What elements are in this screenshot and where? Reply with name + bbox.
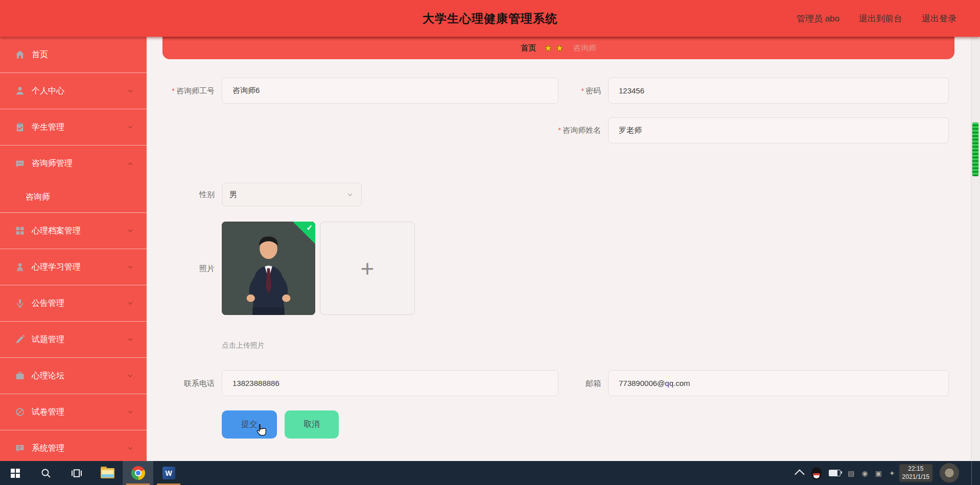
chevron-down-icon [126, 299, 134, 307]
clock-time: 22:15 [908, 465, 923, 472]
sidebar-item-notice-mgmt[interactable]: 公告管理 [0, 285, 147, 322]
tray-icon-4[interactable]: ✦ [889, 469, 895, 477]
submit-button[interactable]: 提交 [222, 410, 277, 439]
phone-label: 联系电话 [171, 370, 215, 396]
word-button[interactable]: W [153, 461, 184, 485]
mic-icon [15, 298, 25, 308]
chevron-down-icon [126, 263, 134, 271]
tray-icon-3[interactable]: ▣ [875, 469, 882, 477]
chevron-down-icon [126, 372, 134, 380]
tray-battery-icon[interactable] [829, 470, 841, 476]
star-separator-icon: ★★ [544, 43, 567, 54]
tray-qq-icon[interactable] [811, 467, 822, 479]
sidebar-item-counselor-mgmt[interactable]: 咨询师管理 [0, 146, 147, 182]
user-icon [15, 86, 25, 96]
watermark-logo [937, 463, 962, 483]
sidebar-item-label: 首页 [32, 50, 139, 60]
briefcase-icon [15, 371, 25, 381]
sidebar-item-label: 公告管理 [32, 298, 139, 309]
sidebar-item-label: 心理档案管理 [32, 226, 139, 236]
sidebar-item-student-mgmt[interactable]: 学生管理 [0, 109, 147, 146]
start-button[interactable] [0, 461, 31, 485]
password-label: *密码 [557, 78, 601, 104]
clipboard-icon [15, 122, 25, 132]
sidebar-item-label: 系统管理 [32, 443, 139, 454]
windows-logo-icon [11, 469, 20, 478]
sidebar-item-question-mgmt[interactable]: 试题管理 [0, 322, 147, 358]
chevron-down-icon [126, 123, 134, 131]
chrome-button[interactable] [123, 461, 153, 485]
student-icon [15, 262, 25, 272]
breadcrumb: 首页 ★★ 咨询师 [162, 37, 954, 59]
tray-chevron-up-icon[interactable] [795, 469, 805, 479]
gender-select-value: 男 [229, 190, 346, 200]
chevron-down-icon [126, 408, 134, 416]
tray-icon-2[interactable]: ◉ [861, 469, 868, 477]
sidebar-subitem-counselor[interactable]: 咨询师 [0, 182, 147, 213]
admin-user-link[interactable]: 管理员 abo [797, 13, 839, 25]
chevron-down-icon [126, 87, 134, 95]
grid-icon [15, 226, 25, 236]
gender-select[interactable]: 男 [222, 183, 362, 206]
clock-date: 2021/1/15 [902, 473, 929, 480]
chevron-down-icon [346, 190, 354, 199]
plus-icon: + [361, 257, 375, 280]
breadcrumb-home-link[interactable]: 首页 [521, 43, 536, 53]
sidebar-item-label: 学生管理 [32, 122, 139, 133]
counselor-id-input[interactable] [222, 78, 558, 104]
chevron-down-icon [126, 444, 134, 452]
task-view-icon [71, 467, 83, 479]
password-input[interactable] [608, 78, 949, 104]
photo-label: 照片 [171, 222, 215, 315]
counselor-name-input[interactable] [608, 117, 949, 143]
counselor-id-label: *咨询师工号 [171, 78, 215, 104]
sidebar-item-label: 试题管理 [32, 334, 139, 345]
counselor-photo[interactable]: ✓ [222, 222, 315, 315]
windows-taskbar: W ▤ ◉ ▣ ✦ 22:15 2021/1/15 [0, 461, 980, 485]
logout-link[interactable]: 退出登录 [922, 13, 956, 25]
circle-slash-icon [15, 407, 25, 417]
page-scrollbar-thumb[interactable] [972, 123, 978, 176]
chevron-up-icon [126, 160, 134, 168]
breadcrumb-current: 咨询师 [573, 43, 596, 53]
sidebar-item-label: 心理学习管理 [32, 262, 139, 273]
sidebar-item-psych-forum[interactable]: 心理论坛 [0, 358, 147, 394]
sidebar-item-psych-study-mgmt[interactable]: 心理学习管理 [0, 249, 147, 285]
tray-icon-1[interactable]: ▤ [848, 469, 854, 477]
sidebar-item-home[interactable]: 首页 [0, 37, 147, 73]
sidebar-nav: 首页个人中心学生管理咨询师管理咨询师心理档案管理心理学习管理公告管理试题管理心理… [0, 37, 147, 461]
sidebar-item-label: 咨询师管理 [32, 158, 139, 169]
back-to-front-link[interactable]: 退出到前台 [859, 13, 902, 25]
sidebar-item-system-mgmt[interactable]: 系统管理 [0, 430, 147, 461]
home-icon [15, 50, 25, 60]
phone-input[interactable] [222, 370, 558, 396]
task-view-button[interactable] [61, 461, 92, 485]
show-desktop-button[interactable] [971, 461, 975, 485]
tray-clock[interactable]: 22:15 2021/1/15 [902, 465, 929, 481]
pen-icon [15, 334, 25, 345]
sidebar-item-label: 试卷管理 [32, 407, 139, 418]
sidebar-item-exam-mgmt[interactable]: 试卷管理 [0, 394, 147, 430]
counselor-name-label: *咨询师姓名 [557, 117, 601, 143]
cancel-button[interactable]: 取消 [285, 410, 339, 439]
sidebar-item-psych-archive-mgmt[interactable]: 心理档案管理 [0, 213, 147, 249]
folder-icon [101, 468, 114, 478]
file-explorer-button[interactable] [92, 461, 123, 485]
system-tray: ▤ ◉ ▣ ✦ 22:15 2021/1/15 [797, 461, 980, 485]
page-scrollbar-track[interactable] [971, 37, 980, 461]
comment-icon [15, 443, 25, 453]
word-icon: W [162, 467, 175, 479]
email-input[interactable] [608, 370, 949, 396]
email-label: 邮箱 [557, 370, 601, 396]
search-icon [40, 467, 52, 479]
taskbar-search-button[interactable] [31, 461, 61, 485]
chat-icon [15, 159, 25, 169]
photo-upload-hint: 点击上传照片 [222, 341, 265, 350]
gender-label: 性别 [171, 183, 215, 206]
sidebar-item-personal-center[interactable]: 个人中心 [0, 73, 147, 109]
photo-upload-button[interactable]: + [320, 222, 415, 315]
chevron-down-icon [126, 335, 134, 344]
chevron-down-icon [126, 227, 134, 235]
sidebar-item-label: 心理论坛 [32, 371, 139, 381]
chrome-icon [131, 466, 145, 480]
